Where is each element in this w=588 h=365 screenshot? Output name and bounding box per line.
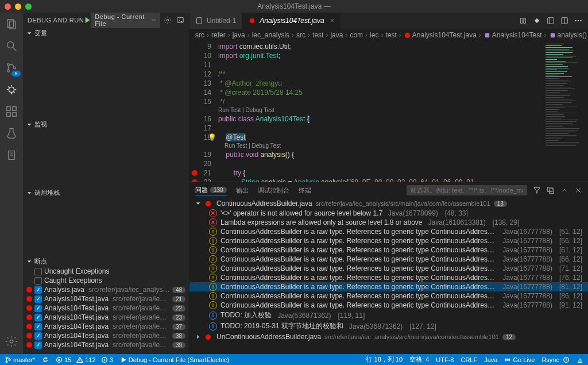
chevron-up-icon[interactable]	[560, 186, 568, 194]
collapse-all-icon[interactable]	[547, 186, 555, 194]
breadcrumb-item[interactable]: test	[385, 31, 396, 39]
checkbox[interactable]	[34, 295, 42, 303]
callstack-section-header[interactable]: 调用堆栈	[23, 187, 189, 198]
codelens[interactable]: Run Test | Debug Test	[218, 106, 542, 114]
breadcrumb-item[interactable]: Analysis104Test	[483, 31, 542, 39]
debug-launch-item[interactable]: Debug - Current File (SmartElectric)	[120, 356, 229, 363]
problem-item[interactable]: ✕'<>' operator is not allowed for source…	[189, 209, 588, 218]
explorer-icon[interactable]	[5, 17, 18, 31]
problem-item[interactable]: !ContinuousAddressBuilder is a raw type.…	[189, 282, 588, 291]
breadcrumb-item[interactable]: analysis()	[549, 31, 587, 39]
close-tab-icon[interactable]: ×	[330, 17, 334, 25]
problem-item[interactable]: !ContinuousAddressBuilder is a raw type.…	[189, 273, 588, 282]
notifications-item[interactable]	[577, 355, 583, 364]
variables-section-header[interactable]: 变量	[23, 28, 189, 39]
breakpoint-item[interactable]: Analysis104Test.javasrc/refer/java/iec_a…	[23, 294, 189, 303]
gear-icon[interactable]	[164, 16, 172, 24]
codelens[interactable]: Run Test | Debug Test	[218, 142, 542, 150]
checkbox[interactable]	[34, 268, 42, 275]
git-branch-item[interactable]: master*	[5, 356, 35, 363]
search-icon[interactable]	[5, 39, 18, 53]
problems-file-row[interactable]: ContinuousAddressBuilder.java src/refer/…	[189, 198, 588, 209]
launch-config-select[interactable]: Debug - Current File	[91, 12, 160, 28]
breadcrumb-item[interactable]: src	[296, 31, 305, 39]
checkbox[interactable]	[34, 323, 42, 331]
tab-debug-console[interactable]: 调试控制台	[258, 185, 289, 196]
test-icon[interactable]	[5, 126, 18, 140]
tab-terminal[interactable]: 终端	[299, 185, 311, 196]
settings-icon[interactable]	[5, 335, 18, 348]
breadcrumb-item[interactable]: src	[195, 31, 204, 39]
cursor-position-item[interactable]: 行 18，列 10	[366, 355, 403, 364]
breadcrumb-item[interactable]: refer	[211, 31, 226, 39]
checkbox[interactable]	[34, 277, 42, 285]
source-control-icon[interactable]	[5, 61, 18, 75]
breakpoint-item[interactable]: Analysis104Test.javasrc/refer/java/iec_a…	[23, 313, 189, 322]
watch-section-header[interactable]: 监视	[23, 119, 189, 130]
problem-item[interactable]: iTODO: 2019-05-31 双字节地址的校验和Java(53687136…	[189, 321, 588, 332]
breakpoint-item[interactable]: Analysis104Test.javasrc/refer/java/iec_a…	[23, 322, 189, 331]
text-editor[interactable]: 9101112131415 161718 1920212223 import c…	[189, 41, 588, 182]
indentation-item[interactable]: 空格: 4	[409, 355, 429, 364]
editor-tab[interactable]: Analysis104Test.java×	[242, 13, 340, 29]
breadcrumb-item[interactable]: iec	[370, 31, 378, 39]
problem-item[interactable]: iTODO: 加入校验Java(536871362)[119, 11]	[189, 310, 588, 321]
editor-gutter[interactable]: 9101112131415 161718 1920212223	[189, 41, 218, 182]
breakpoint-item[interactable]: Analysis104Test.javasrc/refer/java/iec_a…	[23, 340, 189, 349]
extensions-icon[interactable]	[5, 105, 18, 118]
minimap[interactable]	[542, 41, 588, 182]
breadcrumb-item[interactable]: test	[312, 31, 323, 39]
eol-item[interactable]: CRLF	[461, 355, 477, 364]
breadcrumbs[interactable]: src›refer›java›iec_analysis›src›test›jav…	[189, 29, 588, 41]
encoding-item[interactable]: UTF-8	[436, 355, 454, 364]
breakpoint-item[interactable]: Analysis.javasrc/refer/java/iec_analysis…	[23, 285, 189, 294]
breadcrumb-item[interactable]: iec_analysis	[252, 31, 289, 39]
errors-item[interactable]: 15 112 3	[56, 356, 113, 363]
breadcrumb-item[interactable]: java	[330, 31, 343, 39]
breakpoint-glyph[interactable]	[192, 179, 198, 182]
language-item[interactable]: Java	[484, 355, 497, 364]
more-icon[interactable]	[574, 17, 582, 25]
breakpoint-glyph[interactable]	[192, 170, 198, 176]
problem-item[interactable]: !ContinuousAddressBuilder is a raw type.…	[189, 245, 588, 255]
bookmark-icon[interactable]	[5, 148, 18, 162]
debug-icon[interactable]	[5, 83, 18, 97]
problems-filter-input[interactable]	[407, 185, 527, 195]
problem-item[interactable]: ✕Lambda expressions are allowed only at …	[189, 218, 588, 227]
diamond-icon[interactable]	[533, 17, 541, 25]
sync-item[interactable]	[42, 356, 49, 363]
checkbox[interactable]	[34, 286, 42, 294]
run-icon[interactable]	[84, 16, 91, 24]
tab-problems[interactable]: 问题130	[195, 185, 227, 196]
breakpoint-item[interactable]: Analysis104Test.javasrc/refer/java/iec_a…	[23, 331, 189, 340]
tab-output[interactable]: 输出	[236, 185, 249, 196]
split-editor-icon[interactable]	[560, 17, 568, 25]
rsync-item[interactable]: Rsync:	[541, 355, 570, 364]
problems-list[interactable]: ContinuousAddressBuilder.java src/refer/…	[189, 198, 588, 354]
compare-icon[interactable]	[519, 17, 527, 25]
checkbox[interactable]	[34, 341, 42, 349]
editor-content[interactable]: import com.iec.utils.Util;import org.jun…	[218, 41, 542, 182]
editor-tab[interactable]: Untitled-1	[189, 13, 242, 29]
problem-item[interactable]: !ContinuousAddressBuilder is a raw type.…	[189, 301, 588, 310]
problem-item[interactable]: !ContinuousAddressBuilder is a raw type.…	[189, 264, 588, 273]
problem-item[interactable]: !ContinuousAddressBuilder is a raw type.…	[189, 236, 588, 245]
checkbox[interactable]	[34, 305, 42, 312]
open-preview-icon[interactable]	[547, 17, 555, 25]
golive-item[interactable]: Go Live	[504, 355, 535, 364]
close-panel-icon[interactable]	[574, 186, 582, 194]
problems-file-row[interactable]: UnContinuousAddressBuilder.java src/refe…	[189, 332, 588, 342]
problem-item[interactable]: !ContinuousAddressBuilder is a raw type.…	[189, 255, 588, 264]
problem-item[interactable]: !ContinuousAddressBuilder is a raw type.…	[189, 227, 588, 236]
checkbox[interactable]	[34, 314, 42, 321]
console-icon[interactable]	[176, 16, 184, 24]
breakpoints-section-header[interactable]: 断点	[23, 256, 189, 267]
checkbox[interactable]	[34, 332, 42, 340]
breadcrumb-item[interactable]: Analysis104Test.java	[404, 31, 477, 39]
filter-icon[interactable]	[533, 186, 541, 194]
breadcrumb-item[interactable]: com	[350, 31, 363, 39]
breadcrumb-item[interactable]: java	[233, 31, 245, 39]
exception-breakpoint-item[interactable]: Caught Exceptions	[23, 276, 189, 285]
exception-breakpoint-item[interactable]: Uncaught Exceptions	[23, 267, 189, 276]
breakpoint-item[interactable]: Analysis104Test.javasrc/refer/java/iec_a…	[23, 303, 189, 313]
